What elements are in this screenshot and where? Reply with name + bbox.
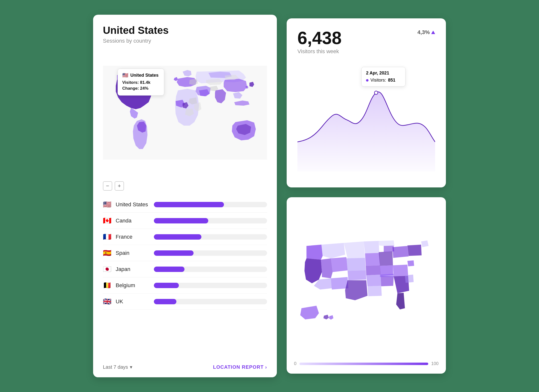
bar-track — [154, 250, 267, 256]
country-flag: 🇪🇸 — [103, 249, 112, 257]
bar-track — [154, 283, 267, 288]
bar-fill — [154, 218, 208, 223]
visitors-change: 4,3% — [417, 29, 435, 36]
bar-track — [154, 299, 267, 304]
legend-max-label: 100 — [431, 361, 439, 366]
country-row: 🇪🇸 Spain — [103, 245, 267, 261]
us-map-card: 0 100 — [287, 197, 446, 374]
legend-min-label: 0 — [294, 361, 296, 366]
country-name: Spain — [116, 250, 150, 256]
country-name: United States — [116, 201, 150, 208]
visitors-card: 6,438 Visitors this week 4,3% 2 Apr, 202… — [287, 18, 446, 187]
country-name: UK — [116, 298, 150, 305]
bar-fill — [154, 267, 184, 272]
zoom-controls: − + — [103, 181, 267, 191]
country-row: 🇺🇸 United States — [103, 196, 267, 213]
bar-fill — [154, 202, 224, 207]
tooltip-change: Change: 24% — [122, 86, 159, 91]
dot-icon — [366, 79, 368, 82]
subtitle: Sessions by country — [103, 38, 267, 44]
country-row: 🇬🇧 UK — [103, 294, 267, 310]
bar-track — [154, 234, 267, 240]
world-map-container: 🇺🇸 United States Visitors: 81.4k Change:… — [103, 49, 267, 176]
zoom-plus-button[interactable]: + — [115, 181, 124, 191]
country-flag: 🇫🇷 — [103, 233, 112, 241]
visitors-label: Visitors this week — [297, 48, 342, 55]
bar-track — [154, 267, 267, 272]
bar-track — [154, 218, 267, 223]
location-report-link[interactable]: LOCATION REPORT › — [213, 364, 267, 370]
tooltip-country: United States — [130, 73, 159, 78]
line-chart-area: 2 Apr, 2021 Visitors: 851 — [297, 62, 435, 187]
page-title: United States — [103, 24, 267, 36]
tooltip-flag: 🇺🇸 — [122, 72, 128, 78]
country-flag: 🇨🇦 — [103, 217, 112, 225]
visitors-info: 6,438 Visitors this week — [297, 29, 342, 55]
country-name: France — [116, 234, 150, 240]
bar-fill — [154, 234, 201, 240]
legend-gradient — [299, 363, 428, 365]
right-column: 6,438 Visitors this week 4,3% 2 Apr, 202… — [287, 18, 446, 374]
map-tooltip: 🇺🇸 United States Visitors: 81.4k Change:… — [118, 69, 164, 96]
chart-tooltip: 2 Apr, 2021 Visitors: 851 — [361, 67, 405, 86]
country-row: 🇯🇵 Japan — [103, 261, 267, 277]
bar-fill — [154, 283, 179, 288]
country-flag: 🇧🇪 — [103, 281, 112, 289]
country-row: 🇨🇦 Canda — [103, 213, 267, 229]
zoom-minus-button[interactable]: − — [103, 181, 112, 191]
date-range-label: Last 7 days — [103, 364, 128, 370]
chevron-down-icon: ▾ — [130, 364, 132, 370]
us-choropleth-svg — [294, 236, 439, 326]
country-row: 🇧🇪 Belgium — [103, 277, 267, 294]
country-name: Canda — [116, 218, 150, 224]
country-flag: 🇯🇵 — [103, 265, 112, 273]
bar-track — [154, 202, 267, 207]
world-map-svg — [103, 49, 267, 176]
card-footer: Last 7 days ▾ LOCATION REPORT › — [103, 360, 267, 370]
visitors-count: 6,438 — [297, 29, 342, 47]
arrow-up-icon — [431, 31, 435, 34]
country-row: 🇫🇷 France — [103, 229, 267, 245]
us-map-container — [294, 205, 439, 357]
chevron-right-icon: › — [265, 364, 267, 370]
tooltip-visitors: Visitors: 81.4k — [122, 80, 159, 85]
svg-point-1 — [374, 91, 378, 95]
country-flag: 🇬🇧 — [103, 297, 112, 306]
chart-tooltip-visitors: Visitors: 851 — [366, 78, 401, 83]
bar-fill — [154, 299, 176, 304]
visitors-header: 6,438 Visitors this week 4,3% — [297, 29, 435, 55]
chart-tooltip-date: 2 Apr, 2021 — [366, 71, 401, 76]
bar-fill — [154, 250, 194, 256]
us-legend: 0 100 — [294, 361, 439, 366]
country-flag: 🇺🇸 — [103, 200, 112, 208]
country-name: Belgium — [116, 282, 150, 289]
country-list: 🇺🇸 United States 🇨🇦 Canda 🇫🇷 France 🇪🇸 S… — [103, 196, 267, 355]
date-range-selector[interactable]: Last 7 days ▾ — [103, 364, 132, 370]
country-name: Japan — [116, 266, 150, 272]
left-card: United States Sessions by country — [93, 15, 277, 377]
